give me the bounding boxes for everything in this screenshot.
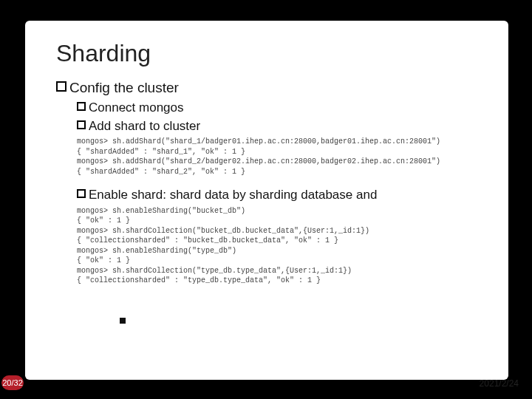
bullet-text: Connect mongos <box>89 100 184 115</box>
bullet-text: Config the cluster <box>69 79 179 97</box>
code-add-shard: mongos> sh.addShard("shard_1/badger01.ih… <box>77 137 508 177</box>
bullet-text: Enable shard: shard data by sharding dat… <box>89 187 377 202</box>
bullet-text: Add shard to cluster <box>89 118 200 134</box>
bullet-enable-shard: Enable shard: shard data by sharding dat… <box>77 187 508 202</box>
footer-date: 2021/2/24 <box>480 378 519 389</box>
bullet-text-line1: Enable shard: shard data by sharding dat… <box>89 188 377 202</box>
bullet-connect: Connect mongos <box>77 100 508 115</box>
bullet-add-shard: Add shard to cluster <box>77 118 508 134</box>
slide-container: Sharding Config the cluster Connect mong… <box>25 21 508 380</box>
square-bullet-icon <box>77 120 86 129</box>
square-bullet-icon <box>77 102 86 111</box>
bullet-level1: Config the cluster <box>56 79 508 97</box>
square-bullet-icon <box>120 318 126 324</box>
slide-title: Sharding <box>25 21 508 67</box>
code-enable-shard: mongos> sh.enableSharding("bucket_db") {… <box>77 206 508 286</box>
square-bullet-icon <box>56 81 66 92</box>
page-number-badge: 20/32 <box>1 375 24 390</box>
square-bullet-icon <box>77 189 86 198</box>
